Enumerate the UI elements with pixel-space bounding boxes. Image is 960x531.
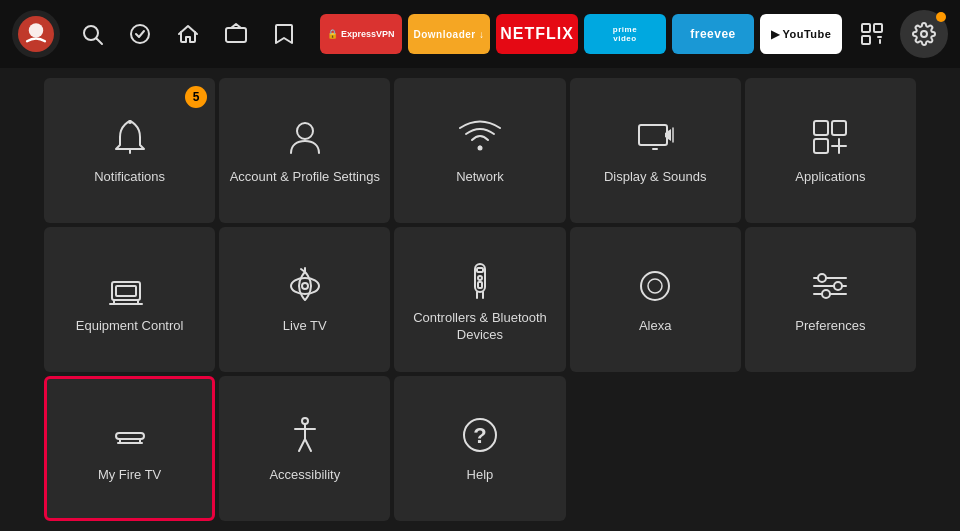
svg-rect-7 xyxy=(862,24,870,32)
my-fire-tv-label: My Fire TV xyxy=(98,467,161,484)
svg-point-46 xyxy=(834,282,842,290)
help-label: Help xyxy=(467,467,494,484)
notifications-badge: 5 xyxy=(185,86,207,108)
svg-text:?: ? xyxy=(473,423,486,448)
netflix-label: NETFLIX xyxy=(496,25,578,43)
downloader-label: Downloader ↓ xyxy=(409,29,488,40)
expressvpn-app-tile[interactable]: 🔒 ExpressVPN xyxy=(320,14,402,54)
svg-rect-28 xyxy=(116,286,136,296)
applications-icon xyxy=(808,115,852,159)
svg-point-4 xyxy=(131,25,149,43)
svg-point-48 xyxy=(822,290,830,298)
svg-rect-24 xyxy=(814,139,828,153)
help-tile[interactable]: ? Help xyxy=(394,376,565,521)
svg-rect-10 xyxy=(877,36,882,38)
display-sounds-tile[interactable]: Display & Sounds xyxy=(570,78,741,223)
grid-view-button[interactable] xyxy=(852,14,892,54)
equipment-control-icon xyxy=(108,264,152,308)
svg-point-37 xyxy=(478,276,482,280)
alexa-tile[interactable]: Alexa xyxy=(570,227,741,372)
svg-point-1 xyxy=(29,23,43,37)
account-icon xyxy=(283,115,327,159)
controllers-bluetooth-icon xyxy=(458,256,502,300)
accessibility-label: Accessibility xyxy=(269,467,340,484)
youtube-app-tile[interactable]: ▶ YouTube xyxy=(760,14,842,54)
network-label: Network xyxy=(456,169,504,186)
controllers-bluetooth-label: Controllers & Bluetooth Devices xyxy=(404,310,555,344)
preferences-label: Preferences xyxy=(795,318,865,335)
svg-rect-36 xyxy=(477,268,483,272)
svg-point-44 xyxy=(818,274,826,282)
svg-rect-17 xyxy=(639,125,667,145)
account-profile-label: Account & Profile Settings xyxy=(230,169,380,186)
netflix-app-tile[interactable]: NETFLIX xyxy=(496,14,578,54)
tv-nav-icon[interactable] xyxy=(214,12,258,56)
notifications-icon xyxy=(108,115,152,159)
svg-line-57 xyxy=(305,439,311,451)
live-tv-icon xyxy=(283,264,327,308)
preferences-tile[interactable]: Preferences xyxy=(745,227,916,372)
prime-label: primevideo xyxy=(609,25,641,43)
home-nav-icon[interactable] xyxy=(166,12,210,56)
network-tile[interactable]: Network xyxy=(394,78,565,223)
youtube-label: ▶ YouTube xyxy=(767,28,836,41)
downloader-app-tile[interactable]: Downloader ↓ xyxy=(408,14,490,54)
bookmark-nav-icon[interactable] xyxy=(262,12,306,56)
my-fire-tv-tile[interactable]: My Fire TV xyxy=(44,376,215,521)
svg-rect-9 xyxy=(862,36,870,44)
svg-rect-38 xyxy=(478,282,482,288)
prime-app-tile[interactable]: primevideo xyxy=(584,14,666,54)
controllers-bluetooth-tile[interactable]: Controllers & Bluetooth Devices xyxy=(394,227,565,372)
svg-rect-11 xyxy=(879,39,881,44)
svg-point-16 xyxy=(477,146,482,151)
applications-tile[interactable]: Applications xyxy=(745,78,916,223)
help-icon: ? xyxy=(458,413,502,457)
svg-point-32 xyxy=(302,283,308,289)
svg-point-14 xyxy=(128,120,132,124)
check-nav-icon[interactable] xyxy=(118,12,162,56)
my-fire-tv-icon xyxy=(108,413,152,457)
expressvpn-label: 🔒 ExpressVPN xyxy=(323,29,398,39)
freevee-app-tile[interactable]: freevee xyxy=(672,14,754,54)
applications-label: Applications xyxy=(795,169,865,186)
alexa-label: Alexa xyxy=(639,318,672,335)
account-profile-tile[interactable]: Account & Profile Settings xyxy=(219,78,390,223)
nav-icon-group xyxy=(70,12,306,56)
svg-point-15 xyxy=(297,123,313,139)
network-icon xyxy=(458,115,502,159)
svg-rect-5 xyxy=(226,28,246,42)
top-nav: 🔒 ExpressVPN Downloader ↓ NETFLIX primev… xyxy=(0,0,960,68)
preferences-icon xyxy=(808,264,852,308)
notifications-tile[interactable]: 5 Notifications xyxy=(44,78,215,223)
svg-rect-8 xyxy=(874,24,882,32)
svg-line-3 xyxy=(97,39,103,45)
settings-grid: 5 Notifications Account & Profile Settin… xyxy=(0,68,960,531)
equipment-control-tile[interactable]: Equipment Control xyxy=(44,227,215,372)
svg-line-56 xyxy=(299,439,305,451)
display-sounds-label: Display & Sounds xyxy=(604,169,707,186)
svg-point-42 xyxy=(648,279,662,293)
accessibility-icon xyxy=(283,413,327,457)
svg-rect-22 xyxy=(814,121,828,135)
nav-apps: 🔒 ExpressVPN Downloader ↓ NETFLIX primev… xyxy=(320,10,948,58)
equipment-control-label: Equipment Control xyxy=(76,318,184,335)
display-sounds-icon xyxy=(633,115,677,159)
settings-button[interactable] xyxy=(900,10,948,58)
svg-rect-23 xyxy=(832,121,846,135)
live-tv-tile[interactable]: Live TV xyxy=(219,227,390,372)
live-tv-label: Live TV xyxy=(283,318,327,335)
alexa-icon xyxy=(633,264,677,308)
accessibility-tile[interactable]: Accessibility xyxy=(219,376,390,521)
notifications-label: Notifications xyxy=(94,169,165,186)
freevee-label: freevee xyxy=(686,27,740,41)
search-nav-icon[interactable] xyxy=(70,12,114,56)
app-logo[interactable] xyxy=(12,10,60,58)
